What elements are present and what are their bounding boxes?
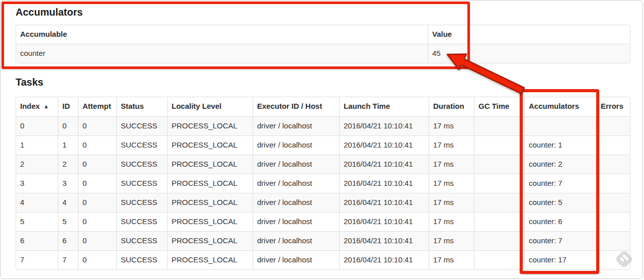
column-header-errors[interactable]: Errors [596, 97, 630, 116]
id-cell: 4 [58, 193, 78, 212]
table-row: 6 6 0 SUCCESS PROCESS_LOCAL driver / loc… [16, 231, 630, 250]
errors-cell [596, 155, 630, 174]
index-cell: 0 [16, 116, 58, 135]
index-cell: 6 [16, 231, 58, 250]
column-header-attempt[interactable]: Attempt [78, 97, 116, 116]
id-cell: 5 [58, 212, 78, 231]
gc-time-cell [474, 155, 524, 174]
column-header-duration[interactable]: Duration [429, 97, 474, 116]
executor-id-host-cell: driver / localhost [253, 135, 339, 155]
attempt-cell: 0 [78, 174, 116, 193]
column-header-id[interactable]: ID [58, 97, 78, 116]
locality-level-cell: PROCESS_LOCAL [167, 250, 253, 269]
column-header-label: Index [20, 102, 40, 110]
accumulators-cell: counter: 6 [524, 212, 596, 231]
page-content: Accumulators Accumulable Value counter 4… [1, 7, 642, 270]
attempt-cell: 0 [78, 250, 116, 269]
launch-time-cell: 2016/04/21 10:10:41 [339, 250, 429, 269]
accumulators-table-header-row: Accumulable Value [16, 25, 630, 44]
errors-cell [596, 212, 630, 231]
column-header-accumulable[interactable]: Accumulable [16, 25, 428, 44]
launch-time-cell: 2016/04/21 10:10:41 [339, 135, 429, 155]
duration-cell: 17 ms [429, 135, 474, 155]
gc-time-cell [474, 231, 524, 250]
status-cell: SUCCESS [116, 155, 167, 174]
table-row: 2 2 0 SUCCESS PROCESS_LOCAL driver / loc… [16, 155, 630, 174]
spark-ui-stage-page: Accumulators Accumulable Value counter 4… [0, 0, 643, 279]
column-header-accumulators[interactable]: Accumulators [524, 97, 596, 116]
locality-level-cell: PROCESS_LOCAL [167, 135, 253, 155]
accumulators-cell: counter: 1 [524, 135, 596, 155]
id-cell: 7 [58, 250, 78, 269]
duration-cell: 17 ms [429, 193, 474, 212]
duration-cell: 17 ms [429, 174, 474, 193]
duration-cell: 17 ms [429, 155, 474, 174]
status-cell: SUCCESS [116, 135, 167, 155]
executor-id-host-cell: driver / localhost [253, 231, 339, 250]
errors-cell [596, 116, 630, 135]
index-cell: 7 [16, 250, 58, 269]
gc-time-cell [474, 212, 524, 231]
column-header-value[interactable]: Value [428, 25, 630, 44]
errors-cell [596, 231, 630, 250]
status-cell: SUCCESS [116, 193, 167, 212]
duration-cell: 17 ms [429, 116, 474, 135]
id-cell: 0 [58, 116, 78, 135]
launch-time-cell: 2016/04/21 10:10:41 [339, 155, 429, 174]
accumulable-name-cell: counter [16, 44, 428, 63]
attempt-cell: 0 [78, 155, 116, 174]
table-row: 5 5 0 SUCCESS PROCESS_LOCAL driver / loc… [16, 212, 630, 231]
launch-time-cell: 2016/04/21 10:10:41 [339, 231, 429, 250]
tasks-section-title: Tasks [16, 77, 627, 88]
index-cell: 4 [16, 193, 58, 212]
gc-time-cell [474, 174, 524, 193]
executor-id-host-cell: driver / localhost [253, 155, 339, 174]
column-header-executor-id-host[interactable]: Executor ID / Host [253, 97, 339, 116]
id-cell: 3 [58, 174, 78, 193]
attempt-cell: 0 [78, 231, 116, 250]
tasks-table-header-row: Index▲ ID Attempt Status Locality Level … [16, 97, 630, 116]
attempt-cell: 0 [78, 212, 116, 231]
launch-time-cell: 2016/04/21 10:10:41 [339, 212, 429, 231]
accumulators-cell: counter: 7 [524, 231, 596, 250]
accumulators-cell: counter: 17 [524, 250, 596, 269]
executor-id-host-cell: driver / localhost [253, 174, 339, 193]
errors-cell [596, 250, 630, 269]
table-row: 7 7 0 SUCCESS PROCESS_LOCAL driver / loc… [16, 250, 630, 269]
gc-time-cell [474, 116, 524, 135]
table-row: 3 3 0 SUCCESS PROCESS_LOCAL driver / loc… [16, 174, 630, 193]
column-header-launch-time[interactable]: Launch Time [339, 97, 429, 116]
gc-time-cell [474, 250, 524, 269]
duration-cell: 17 ms [429, 212, 474, 231]
index-cell: 3 [16, 174, 58, 193]
index-cell: 5 [16, 212, 58, 231]
sort-ascending-icon: ▲ [43, 103, 49, 109]
table-row: 1 1 0 SUCCESS PROCESS_LOCAL driver / loc… [16, 135, 630, 155]
column-header-status[interactable]: Status [116, 97, 167, 116]
id-cell: 2 [58, 155, 78, 174]
tasks-table: Index▲ ID Attempt Status Locality Level … [16, 97, 630, 270]
column-header-locality-level[interactable]: Locality Level [167, 97, 253, 116]
errors-cell [596, 193, 630, 212]
status-cell: SUCCESS [116, 116, 167, 135]
accumulators-cell [524, 116, 596, 135]
id-cell: 1 [58, 135, 78, 155]
launch-time-cell: 2016/04/21 10:10:41 [339, 193, 429, 212]
column-header-index[interactable]: Index▲ [16, 97, 58, 116]
status-cell: SUCCESS [116, 231, 167, 250]
duration-cell: 17 ms [429, 231, 474, 250]
launch-time-cell: 2016/04/21 10:10:41 [339, 116, 429, 135]
locality-level-cell: PROCESS_LOCAL [167, 174, 253, 193]
accumulators-cell: counter: 7 [524, 174, 596, 193]
column-header-gc-time[interactable]: GC Time [474, 97, 524, 116]
attempt-cell: 0 [78, 135, 116, 155]
accumulators-cell: counter: 2 [524, 155, 596, 174]
locality-level-cell: PROCESS_LOCAL [167, 116, 253, 135]
errors-cell [596, 174, 630, 193]
errors-cell [596, 135, 630, 155]
locality-level-cell: PROCESS_LOCAL [167, 193, 253, 212]
accumulators-section-title: Accumulators [16, 7, 627, 18]
locality-level-cell: PROCESS_LOCAL [167, 212, 253, 231]
attempt-cell: 0 [78, 116, 116, 135]
executor-id-host-cell: driver / localhost [253, 116, 339, 135]
